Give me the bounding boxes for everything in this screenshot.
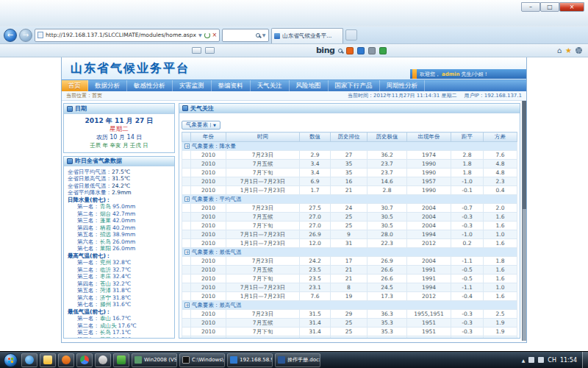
calendar-icon	[67, 106, 73, 112]
taskbar-window-button[interactable]: 操作手册.docx ...	[275, 353, 320, 367]
nav-item-整编资料[interactable]: 整编资料	[212, 80, 251, 91]
expand-icon[interactable]: +	[184, 250, 190, 255]
nav-item-数据分析[interactable]: 数据分析	[88, 80, 127, 91]
nav-item-周期性分析[interactable]: 周期性分析	[380, 80, 426, 91]
station-link[interactable]: 蓬莱	[100, 217, 111, 224]
close-button[interactable]: ×	[559, 2, 584, 12]
station-link[interactable]: 青岛	[100, 203, 111, 210]
tool-icon	[117, 355, 126, 364]
address-dropdown-icon[interactable]: ▼	[198, 32, 202, 38]
page-scrollbar[interactable]	[522, 101, 526, 341]
taskbar-tool-button[interactable]	[113, 353, 129, 367]
mail2-icon[interactable]	[205, 47, 215, 54]
station-link[interactable]: 苍山	[100, 280, 111, 287]
back-button[interactable]: ←	[4, 29, 17, 42]
url-text[interactable]: http://192.168.137.1/SLCCLIMATE/modules/…	[46, 32, 196, 38]
nav-item-风险地图[interactable]: 风险地图	[290, 80, 329, 91]
expand-icon[interactable]: +	[184, 197, 190, 202]
nav-item-灾害监测[interactable]: 灾害监测	[173, 80, 212, 91]
network-icon[interactable]	[528, 357, 534, 363]
refresh-icon[interactable]	[204, 32, 210, 38]
taskbar-chrome-button[interactable]	[76, 353, 93, 367]
taskbar-window-button[interactable]: 192.168.58.99...	[227, 353, 273, 367]
tray-up-arrow-icon[interactable]: ▲	[522, 358, 526, 363]
expand-icon[interactable]: +	[184, 302, 190, 308]
table-cell: 2.8	[451, 151, 484, 160]
nav-item-国家下行产品[interactable]: 国家下行产品	[329, 80, 380, 91]
station-link[interactable]: 莱阳	[100, 245, 111, 252]
search-dropdown-icon[interactable]: ▼	[262, 32, 266, 38]
table-cell: 2.9	[300, 151, 331, 160]
welcome-prefix: 欢迎您，	[420, 71, 440, 78]
table-row: 20107月下旬27.02530.52004-0.31.6	[182, 222, 517, 230]
table-cell: 23.5	[300, 275, 331, 283]
show-desktop-button[interactable]	[582, 352, 588, 368]
terminal-icon	[182, 356, 190, 364]
stop-icon[interactable]: ×	[212, 32, 218, 38]
station-link[interactable]: 枣庄	[100, 273, 111, 280]
station-link[interactable]: 兖州	[100, 259, 111, 266]
new-tab-button[interactable]	[345, 29, 357, 40]
station-link[interactable]: 招远	[100, 231, 111, 238]
taskbar-window-button[interactable]: C:\Windows\s...	[179, 353, 225, 367]
rank-label: 第六名：	[77, 238, 99, 245]
table-cell: 31.4	[300, 328, 331, 336]
toolbar-orange-icon[interactable]	[346, 47, 354, 54]
rank-value: 38.9mm	[112, 231, 135, 238]
station-link[interactable]: 烟台	[100, 210, 111, 217]
nav-item-首页[interactable]: 首页	[62, 80, 88, 91]
expand-icon[interactable]: +	[184, 144, 190, 149]
search-box[interactable]: ▼	[222, 29, 269, 42]
station-link[interactable]: 栖霞	[100, 224, 111, 231]
toolbar-green-icon[interactable]	[379, 47, 387, 54]
rank-item: 第四名：栖霞40.2mm	[68, 224, 173, 232]
table-cell: 17.3	[368, 292, 407, 301]
taskbar-window-button[interactable]: Win2008 (VS2...	[132, 353, 177, 367]
clock[interactable]: 11:54	[560, 357, 577, 364]
group-title: 最高气温(前七)：	[68, 252, 173, 260]
start-button[interactable]	[4, 353, 18, 367]
rank-value: 19.7℃	[112, 336, 131, 338]
station-link[interactable]: 长岛	[100, 238, 111, 245]
toolbar-blue-icon[interactable]	[357, 47, 365, 54]
table-section-row[interactable]: +气象要素：最低气温	[182, 248, 517, 257]
station-link[interactable]: 临沂	[100, 266, 111, 273]
station-link[interactable]: 菏泽	[100, 287, 111, 294]
taskbar-ie-button[interactable]	[21, 353, 37, 367]
table-section-row[interactable]: +气象要素：最高气温	[182, 301, 517, 310]
language-indicator[interactable]: CH	[548, 357, 556, 364]
home-icon[interactable]: ⌂	[557, 46, 562, 54]
station-link[interactable]: 泰山	[100, 315, 111, 322]
bing-logo[interactable]: bing	[316, 46, 334, 55]
address-bar[interactable]: http://192.168.137.1/SLCCLIMATE/modules/…	[35, 29, 220, 42]
table-cell: 1.0	[484, 283, 517, 292]
taskbar-qq-button[interactable]	[95, 353, 111, 367]
scrollbar-thumb[interactable]	[523, 101, 526, 209]
station-link[interactable]: 成山头	[100, 322, 117, 329]
bing-search-icon[interactable]	[338, 49, 343, 53]
volume-icon[interactable]	[538, 357, 544, 363]
weather-groups: 日降水量(前七)：第一名：青岛95.0mm第二名：烟台42.7mm第三名：蓬莱4…	[68, 197, 173, 338]
minimize-button[interactable]: –	[521, 2, 540, 12]
table-cell: -0.4	[451, 292, 484, 301]
forward-button[interactable]: →	[19, 29, 32, 42]
station-link[interactable]: 滕州	[100, 301, 111, 308]
taskbar-media-button[interactable]	[58, 353, 74, 367]
table-section-row[interactable]: +气象要素：平均气温	[182, 195, 517, 204]
toolbar-grey-icon[interactable]	[368, 47, 376, 54]
taskbar-explorer-button[interactable]	[40, 353, 56, 367]
browser-tab[interactable]: 山东省气候业务平...	[271, 28, 343, 43]
station-link[interactable]: 蓬莱	[100, 336, 111, 338]
table-cell: 31.4	[300, 319, 331, 328]
nav-item-敏感性分析[interactable]: 敏感性分析	[127, 80, 173, 91]
nav-item-天气关注[interactable]: 天气关注	[251, 80, 290, 91]
element-dropdown-button[interactable]: 气象要素 ▼	[182, 121, 220, 130]
station-link[interactable]: 济宁	[100, 294, 111, 301]
mail-icon[interactable]	[192, 47, 201, 54]
gear-icon[interactable]	[576, 47, 582, 54]
search-icon[interactable]	[256, 33, 260, 38]
favorites-star-icon[interactable]: ★	[565, 46, 572, 54]
table-section-row[interactable]: +气象要素：降水量	[182, 142, 517, 151]
maximize-button[interactable]: □	[540, 2, 559, 12]
station-link[interactable]: 长岛	[100, 329, 111, 336]
